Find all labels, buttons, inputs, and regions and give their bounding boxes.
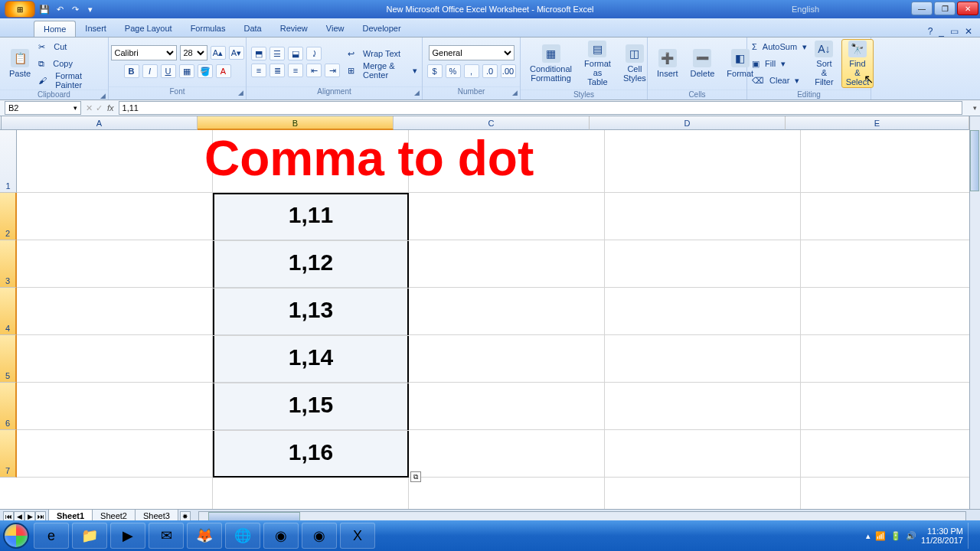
border-button[interactable]: ▦ bbox=[179, 64, 194, 78]
font-color-button[interactable]: A bbox=[216, 64, 231, 78]
fill-color-button[interactable]: 🪣 bbox=[198, 64, 213, 78]
paste-button[interactable]: 📋 Paste bbox=[5, 39, 35, 88]
undo-icon[interactable]: ↶ bbox=[54, 3, 66, 15]
orientation-button[interactable]: ⤸ bbox=[306, 47, 322, 60]
tab-data[interactable]: Data bbox=[234, 21, 270, 37]
delete-cells-button[interactable]: ➖Delete bbox=[686, 39, 720, 88]
format-as-table-button[interactable]: ▤Format as Table bbox=[580, 39, 616, 88]
cell-b3[interactable]: 1,12 bbox=[213, 249, 409, 276]
tab-view[interactable]: View bbox=[317, 21, 354, 37]
minimize-ribbon-icon[interactable]: _ bbox=[939, 26, 944, 37]
column-header-C[interactable]: C bbox=[394, 116, 590, 130]
percent-button[interactable]: % bbox=[446, 64, 461, 78]
taskbar-app-5[interactable]: 🌐 bbox=[225, 523, 260, 549]
taskbar-app-0[interactable]: e bbox=[34, 523, 69, 549]
workbook-close-icon[interactable]: ✕ bbox=[965, 26, 972, 37]
alignment-dialog-launcher[interactable]: ◢ bbox=[414, 89, 420, 96]
show-desktop-button[interactable] bbox=[968, 523, 974, 549]
taskbar-app-6[interactable]: ◉ bbox=[263, 523, 299, 549]
cell-b5[interactable]: 1,14 bbox=[213, 344, 409, 370]
shrink-font-button[interactable]: A▾ bbox=[229, 46, 244, 60]
number-dialog-launcher[interactable]: ◢ bbox=[512, 89, 518, 96]
conditional-formatting-button[interactable]: ▦Conditional Formatting bbox=[525, 39, 577, 88]
hscroll-thumb[interactable] bbox=[208, 512, 300, 521]
font-dialog-launcher[interactable]: ◢ bbox=[238, 89, 243, 96]
font-name-select[interactable]: Calibri bbox=[111, 45, 177, 60]
cell-b4[interactable]: 1,13 bbox=[213, 297, 409, 323]
qat-more-icon[interactable]: ▾ bbox=[84, 3, 96, 15]
taskbar-app-8[interactable]: X bbox=[340, 523, 375, 549]
row-header-6[interactable]: 6 bbox=[0, 383, 17, 430]
sort-filter-button[interactable]: A↓Sort & Filter bbox=[810, 39, 838, 88]
underline-button[interactable]: U bbox=[161, 64, 176, 78]
row-header-4[interactable]: 4 bbox=[0, 288, 17, 335]
increase-indent-button[interactable]: ⇥ bbox=[325, 64, 340, 77]
cell-b7[interactable]: 1,16 bbox=[213, 439, 409, 465]
minimize-button[interactable]: — bbox=[911, 2, 933, 15]
name-box[interactable]: B2▾ bbox=[5, 101, 81, 115]
vscroll-thumb[interactable] bbox=[970, 130, 979, 191]
insert-cells-button[interactable]: ➕Insert bbox=[652, 39, 683, 88]
cell-b2[interactable]: 1,11 bbox=[213, 202, 409, 228]
tab-review[interactable]: Review bbox=[271, 21, 317, 37]
tray-network-icon[interactable]: 📶 bbox=[875, 531, 886, 541]
enter-formula-icon[interactable]: ✓ bbox=[96, 103, 103, 113]
align-left-button[interactable]: ≡ bbox=[251, 64, 266, 77]
taskbar-app-3[interactable]: ✉ bbox=[149, 523, 184, 549]
clipboard-dialog-launcher[interactable]: ◢ bbox=[100, 92, 106, 99]
expand-formula-bar-icon[interactable]: ▾ bbox=[973, 104, 977, 112]
comma-style-button[interactable]: , bbox=[464, 64, 479, 78]
increase-decimal-button[interactable]: .0 bbox=[482, 64, 498, 78]
window-restore-icon[interactable]: ▭ bbox=[950, 26, 959, 37]
close-button[interactable]: ✕ bbox=[957, 2, 978, 15]
find-select-button[interactable]: 🔭Find & Select bbox=[841, 39, 874, 88]
tray-show-hidden-icon[interactable]: ▴ bbox=[866, 531, 871, 541]
decrease-indent-button[interactable]: ⇤ bbox=[306, 64, 322, 77]
align-top-button[interactable]: ⬒ bbox=[251, 47, 266, 60]
bold-button[interactable]: B bbox=[124, 64, 139, 78]
column-header-E[interactable]: E bbox=[786, 116, 969, 130]
merge-center-button[interactable]: ⊞ Merge & Center ▾ bbox=[348, 63, 417, 78]
redo-icon[interactable]: ↷ bbox=[69, 3, 81, 15]
cell-b6[interactable]: 1,15 bbox=[213, 392, 409, 418]
decrease-decimal-button[interactable]: .00 bbox=[501, 64, 516, 78]
italic-button[interactable]: I bbox=[142, 64, 158, 78]
align-middle-button[interactable]: ☰ bbox=[270, 47, 285, 60]
row-header-1[interactable]: 1 bbox=[0, 130, 17, 193]
row-header-3[interactable]: 3 bbox=[0, 240, 17, 288]
copy-button[interactable]: ⧉ Copy bbox=[38, 56, 103, 71]
format-painter-button[interactable]: 🖌 Format Painter bbox=[38, 73, 103, 88]
taskbar-app-7[interactable]: ◉ bbox=[302, 523, 337, 549]
row-header-7[interactable]: 7 bbox=[0, 430, 17, 478]
fill-button[interactable]: ▣ Fill ▾ bbox=[752, 56, 807, 71]
fill-handle-options[interactable]: ⧉ bbox=[410, 471, 421, 482]
spreadsheet-grid[interactable]: ABCDE 1234567 Comma to dot 1,111,121,131… bbox=[0, 116, 980, 509]
font-size-select[interactable]: 28 bbox=[180, 45, 207, 60]
vertical-scrollbar[interactable] bbox=[969, 116, 980, 509]
align-center-button[interactable]: ≣ bbox=[270, 64, 285, 77]
column-header-B[interactable]: B bbox=[198, 116, 394, 130]
grow-font-button[interactable]: A▴ bbox=[211, 46, 226, 60]
clear-button[interactable]: ⌫ Clear ▾ bbox=[752, 73, 807, 88]
cell-styles-button[interactable]: ◫Cell Styles bbox=[619, 39, 651, 88]
taskbar-app-1[interactable]: 📁 bbox=[72, 523, 107, 549]
number-format-select[interactable]: General bbox=[429, 45, 514, 60]
row-header-2[interactable]: 2 bbox=[0, 193, 17, 240]
system-clock[interactable]: 11:30 PM 11/28/2017 bbox=[921, 527, 963, 545]
column-header-A[interactable]: A bbox=[2, 116, 198, 130]
start-button[interactable] bbox=[0, 520, 32, 551]
tab-insert[interactable]: Insert bbox=[76, 21, 116, 37]
cut-button[interactable]: ✂ Cut bbox=[38, 39, 103, 54]
tab-home[interactable]: Home bbox=[34, 21, 76, 37]
tray-battery-icon[interactable]: 🔋 bbox=[890, 531, 901, 541]
currency-button[interactable]: $ bbox=[427, 64, 443, 78]
wrap-text-button[interactable]: ↩ Wrap Text bbox=[348, 46, 417, 61]
language-indicator[interactable]: English bbox=[792, 5, 819, 14]
maximize-button[interactable]: ❐ bbox=[934, 2, 956, 15]
align-right-button[interactable]: ≡ bbox=[288, 64, 303, 77]
autosum-button[interactable]: Σ AutoSum ▾ bbox=[752, 39, 807, 54]
save-icon[interactable]: 💾 bbox=[38, 3, 51, 15]
tab-page-layout[interactable]: Page Layout bbox=[116, 21, 181, 37]
align-bottom-button[interactable]: ⬓ bbox=[288, 47, 303, 60]
help-icon[interactable]: ? bbox=[928, 26, 933, 37]
